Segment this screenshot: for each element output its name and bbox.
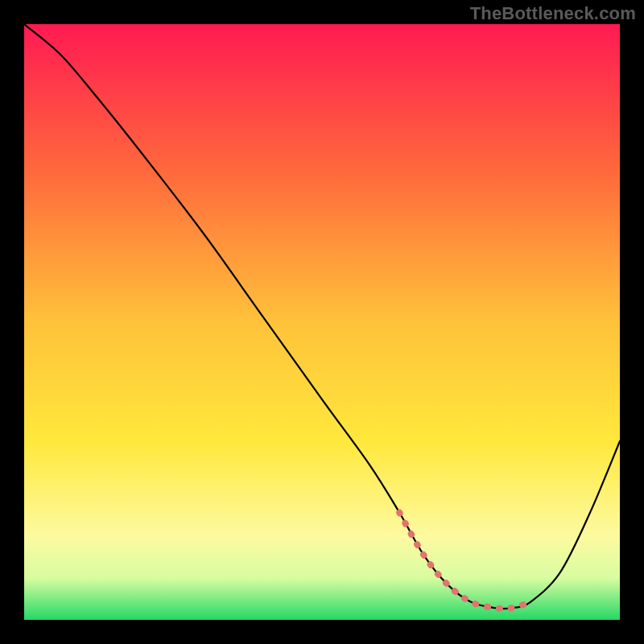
chart-svg bbox=[24, 24, 620, 620]
chart-frame: TheBottleneck.com bbox=[0, 0, 644, 644]
watermark-text: TheBottleneck.com bbox=[470, 3, 636, 24]
gradient-background bbox=[24, 24, 620, 620]
plot-area bbox=[24, 24, 620, 620]
